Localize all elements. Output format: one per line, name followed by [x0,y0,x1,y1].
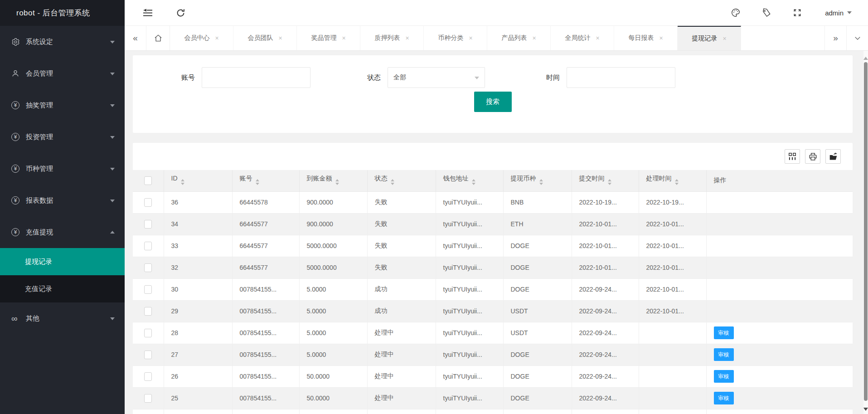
scrollbar-thumb[interactable] [864,62,868,401]
close-icon[interactable]: × [469,34,472,42]
row-checkbox[interactable] [144,351,152,359]
status-select[interactable]: 全部 [388,67,485,88]
row-select-cell [133,344,164,365]
row-checkbox[interactable] [144,198,152,207]
cell-submitted: 2022-10-01... [572,257,639,278]
sidebar-item-7[interactable]: ¥充值提现 [0,216,125,248]
row-checkbox[interactable] [144,263,152,272]
sort-icon[interactable] [472,177,475,187]
column-header: 处理时间 [639,170,706,191]
audit-button[interactable]: 审核 [714,370,734,383]
sidebar-subitem[interactable]: 充值记录 [0,275,125,302]
sidebar-item-1[interactable]: 系统设定 [0,26,125,58]
sidebar-item-2[interactable]: 会员管理 [0,58,125,89]
columns-filter-button[interactable] [785,149,800,164]
tab[interactable]: 全局统计× [551,26,614,50]
close-icon[interactable]: × [723,35,726,42]
sidebar-item-5[interactable]: ¥币种管理 [0,153,125,185]
cell-submitted: 2022-10-01... [572,235,639,257]
cell-actions [706,278,853,300]
sort-icon[interactable] [539,177,543,187]
row-checkbox[interactable] [144,242,152,250]
column-header-label: 到账金额 [307,175,332,182]
cell-submitted: 2022-09-24... [572,300,639,322]
account-input[interactable] [202,67,310,88]
close-icon[interactable]: × [659,34,663,42]
close-icon[interactable]: × [405,34,409,42]
sort-icon[interactable] [391,177,394,187]
close-icon[interactable]: × [596,34,599,42]
theme-palette-icon[interactable] [729,6,742,19]
row-checkbox[interactable] [144,307,152,316]
sidebar-item-6[interactable]: ¥报表数据 [0,185,125,216]
sort-icon[interactable] [608,177,611,187]
tabs-scroll-left-icon[interactable]: « [125,26,146,50]
tab[interactable]: 质押列表× [360,26,424,50]
cell-amount: 5.0000 [299,322,367,344]
sort-icon[interactable] [256,177,259,187]
tab[interactable]: 奖品管理× [297,26,360,50]
row-select-cell [133,278,164,300]
fullscreen-icon[interactable] [790,6,804,19]
tab[interactable]: 每日报表× [614,26,678,50]
row-checkbox[interactable] [144,220,152,229]
tab[interactable]: 产品列表× [487,26,551,50]
sort-icon[interactable] [335,177,339,187]
row-checkbox[interactable] [144,329,152,337]
topbar-left [141,6,187,19]
print-button[interactable] [805,149,820,164]
tab[interactable]: 会员团队× [233,26,297,50]
row-checkbox[interactable] [144,394,152,403]
sidebar-item-4[interactable]: ¥投资管理 [0,121,125,153]
collapse-sidebar-icon[interactable] [141,6,155,19]
sidebar-item-3[interactable]: ¥抽奖管理 [0,89,125,121]
cell-submitted: 2022-09-24... [572,365,639,387]
cell-account: 007854155... [232,300,299,322]
table-row: 30007854155...5.0000成功tyuiTYUIyuii...DOG… [133,278,853,300]
scrollbar-down-arrow-icon[interactable] [863,408,868,413]
cell-coin: BNB [503,191,572,213]
sort-icon[interactable] [181,177,184,187]
sidebar-item-8[interactable]: ∞其他 [0,302,125,334]
close-icon[interactable]: × [532,34,536,42]
tab[interactable]: 会员中心× [170,26,233,50]
row-select-cell [133,300,164,322]
cell-coin: USDT [503,300,572,322]
table-row-partial [133,409,853,414]
scrollbar-up-arrow-icon[interactable] [863,54,868,60]
tag-icon[interactable] [760,6,773,19]
row-checkbox[interactable] [144,372,152,381]
sort-icon[interactable] [675,177,679,187]
home-tab[interactable] [146,26,170,50]
chevron-down-icon [110,136,115,141]
cell-account: 007854155... [232,278,299,300]
close-icon[interactable]: × [342,34,345,42]
export-button[interactable] [825,149,841,164]
close-icon[interactable]: × [278,34,282,42]
row-checkbox[interactable] [144,285,152,294]
tabs-scroll-right-icon[interactable]: » [824,26,846,50]
cell-coin: DOGE [503,235,572,257]
tabs-dropdown-icon[interactable] [846,26,868,50]
status-select-value: 全部 [393,73,406,82]
tab[interactable]: 提现记录× [678,26,741,50]
cell-amount: 5000.0000 [299,257,367,278]
cell-coin: DOGE [503,257,572,278]
user-menu[interactable]: admin [825,9,852,17]
select-all-checkbox[interactable] [144,176,152,185]
time-input[interactable] [567,67,675,88]
refresh-icon[interactable] [174,6,187,19]
close-icon[interactable]: × [215,34,218,42]
cell-coin: DOGE [503,365,572,387]
sidebar-subitem[interactable]: 提现记录 [0,248,125,275]
audit-button[interactable]: 审核 [714,392,734,404]
chevron-up-icon [110,229,115,234]
page-scrollbar[interactable] [863,51,868,414]
cell-actions: 审核 [706,387,853,409]
cell-actions: 审核 [706,344,853,365]
audit-button[interactable]: 审核 [714,326,734,339]
audit-button[interactable]: 审核 [714,348,734,361]
tab[interactable]: 币种分类× [424,26,487,50]
search-button[interactable]: 搜索 [474,92,512,112]
table-row: 25007854155...50.0000处理中tyuiTYUIyuii...D… [133,387,853,409]
